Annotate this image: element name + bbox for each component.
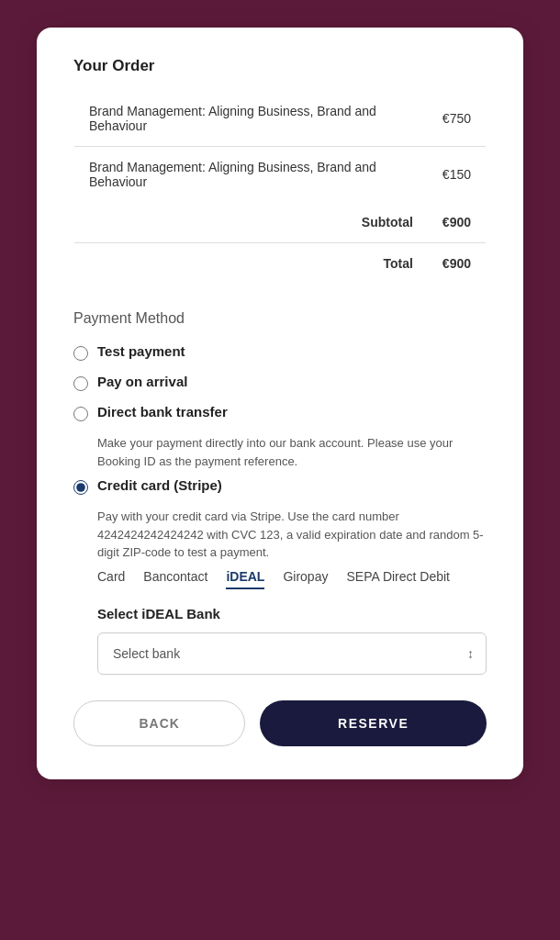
subtotal-value: €900 [428, 202, 487, 243]
payment-radio-row-test[interactable]: Test payment [73, 343, 487, 361]
stripe-tabs: CardBancontactiDEALGiropaySEPA Direct De… [97, 569, 487, 589]
order-item-price: €750 [428, 91, 487, 147]
label-arrival[interactable]: Pay on arrival [97, 374, 187, 389]
order-item-price: €150 [428, 147, 487, 203]
order-title: Your Order [73, 57, 487, 75]
order-item-row: Brand Management: Aligning Business, Bra… [74, 91, 487, 147]
subtotal-label: Subtotal [74, 202, 428, 243]
payment-option-bank_transfer: Direct bank transferMake your payment di… [73, 404, 487, 470]
payment-radio-row-arrival[interactable]: Pay on arrival [73, 374, 487, 391]
main-card: Your Order Brand Management: Aligning Bu… [37, 28, 523, 779]
description-credit_card: Pay with your credit card via Stripe. Us… [97, 508, 487, 562]
total-value: €900 [428, 243, 487, 285]
radio-bank_transfer[interactable] [73, 407, 88, 421]
order-item-name: Brand Management: Aligning Business, Bra… [74, 91, 428, 147]
total-row: Total €900 [74, 243, 487, 285]
payment-radio-row-credit_card[interactable]: Credit card (Stripe) [73, 477, 487, 495]
label-test[interactable]: Test payment [97, 343, 185, 359]
ideal-section: Select iDEAL BankSelect bankABN AMROASN … [97, 606, 487, 675]
ideal-section-title: Select iDEAL Bank [97, 606, 487, 621]
reserve-button[interactable]: RESERVE [260, 700, 487, 746]
back-button[interactable]: BACK [73, 700, 245, 746]
bank-select[interactable]: Select bankABN AMROASN BankBunqINGKnabRa… [97, 632, 487, 675]
total-label: Total [74, 243, 428, 285]
payment-option-test: Test payment [73, 343, 487, 361]
stripe-tab-bancontact[interactable]: Bancontact [143, 569, 207, 589]
order-item-row: Brand Management: Aligning Business, Bra… [74, 147, 487, 203]
payment-options: Test paymentPay on arrivalDirect bank tr… [73, 343, 487, 675]
payment-option-credit_card: Credit card (Stripe)Pay with your credit… [73, 477, 487, 675]
stripe-tab-sepa[interactable]: SEPA Direct Debit [346, 569, 450, 589]
radio-test[interactable] [73, 346, 88, 361]
order-item-name: Brand Management: Aligning Business, Bra… [74, 147, 428, 203]
subtotal-row: Subtotal €900 [74, 202, 487, 243]
order-table: Brand Management: Aligning Business, Bra… [73, 90, 487, 285]
stripe-tab-ideal[interactable]: iDEAL [226, 569, 264, 589]
stripe-tab-giropay[interactable]: Giropay [283, 569, 328, 589]
payment-radio-row-bank_transfer[interactable]: Direct bank transfer [73, 404, 487, 421]
payment-method-title: Payment Method [73, 310, 487, 327]
label-credit_card[interactable]: Credit card (Stripe) [97, 477, 222, 493]
button-row: BACK RESERVE [73, 700, 487, 746]
radio-credit_card[interactable] [73, 480, 88, 495]
radio-arrival[interactable] [73, 376, 88, 391]
stripe-tab-card[interactable]: Card [97, 569, 125, 589]
label-bank_transfer[interactable]: Direct bank transfer [97, 404, 228, 420]
description-bank_transfer: Make your payment directly into our bank… [97, 434, 487, 470]
payment-option-arrival: Pay on arrival [73, 374, 487, 391]
bank-select-wrapper: Select bankABN AMROASN BankBunqINGKnabRa… [97, 632, 487, 675]
